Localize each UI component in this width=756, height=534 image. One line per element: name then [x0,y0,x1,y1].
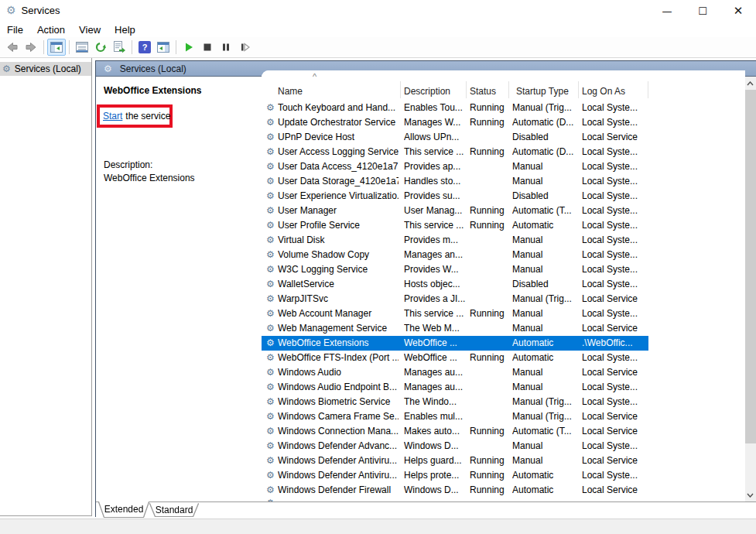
cell-name: W3C Logging Service [278,262,399,277]
table-row[interactable]: ⚙WarpJITSvcProvides a JI...Manual (Trig.… [262,292,745,306]
annotation-red-box: Start the service [97,104,173,128]
column-separator[interactable] [578,81,579,98]
scroll-up-icon[interactable] [744,77,756,90]
stop-service-icon[interactable] [198,39,217,56]
cell-logon: Local Syste... [582,218,648,233]
table-row[interactable]: ⚙Volume Shadow CopyManages an...ManualLo… [262,248,745,262]
tab-extended[interactable]: Extended [99,501,149,517]
close-button[interactable]: ✕ [720,0,756,22]
column-header-name[interactable]: Name [278,86,303,97]
table-row[interactable]: ⚙Windows Defender Antiviru...Helps guard… [262,454,745,468]
cell-status: Running [470,306,508,321]
table-row[interactable]: ⚙User Experience Virtualizatio...Provide… [262,189,745,204]
cell-name: Windows Defender Antiviru... [278,468,399,483]
back-icon[interactable] [3,39,22,56]
column-header-description[interactable]: Description [404,86,450,97]
service-gear-icon: ⚙ [266,218,275,233]
column-header-status[interactable]: Status [470,86,496,97]
maximize-button[interactable]: ☐ [685,0,720,22]
column-separator[interactable] [508,81,509,98]
column-separator[interactable] [466,81,467,98]
table-row[interactable]: ⚙WebOffice ExtensionsWebOffice ...Automa… [262,336,648,351]
table-row[interactable]: ⚙Windows Camera Frame Se...Enables mul..… [262,409,745,424]
cell-logon: .\WebOffic... [582,336,648,351]
cell-status: Running [470,468,508,483]
services-header-icon: ⚙ [104,63,112,74]
table-row[interactable]: ⚙Touch Keyboard and Hand...Enables Tou..… [262,101,745,115]
export-list-icon[interactable] [110,39,128,56]
table-row[interactable]: ⚙Windows AudioManages au...ManualLocal S… [262,365,745,380]
cell-description: The Windo... [404,395,465,409]
cell-startup: Manual [512,380,577,395]
table-row[interactable]: ⚙Windows Biometric ServiceThe Windo...Ma… [262,395,745,409]
table-row[interactable]: ⚙User Access Logging ServiceThis service… [262,145,745,159]
pause-service-icon[interactable] [217,39,235,56]
services-rows: ⚙Touch Keyboard and Hand...Enables Tou..… [262,101,745,501]
cell-startup: Manual [512,248,577,262]
cell-description: This service ... [404,145,465,159]
column-separator[interactable] [400,81,401,98]
cell-startup: Automatic (D... [512,115,577,130]
cell-logon: Local Service [582,483,648,498]
table-row[interactable]: ⚙Windows Connection Mana...Makes auto...… [262,424,745,439]
refresh-icon[interactable] [91,39,110,56]
service-gear-icon: ⚙ [266,174,275,189]
table-row[interactable]: ⚙Virtual DiskProvides m...ManualLocal Sy… [262,233,745,248]
show-action-pane-icon[interactable] [154,39,173,56]
menu-action[interactable]: Action [30,22,72,37]
table-row[interactable]: ⚙WalletServiceHosts objec...DisabledLoca… [262,277,745,292]
vertical-scrollbar[interactable] [744,77,756,501]
service-gear-icon: ⚙ [266,424,275,439]
table-row[interactable]: ⚙W3C Logging ServiceProvides W...ManualL… [262,262,745,277]
table-row[interactable]: ⚙Windows Defender FirewallWindows D...Ru… [262,483,745,498]
menu-view[interactable]: View [72,22,108,37]
scroll-down-icon[interactable] [744,488,756,501]
start-service-icon[interactable] [180,39,198,56]
cell-logon: Local Service [582,292,648,306]
help-icon[interactable]: ? [135,39,154,56]
cell-name: Windows Defender Antiviru... [278,454,399,468]
table-row[interactable]: ⚙User Data Access_4120e1a7Provides ap...… [262,159,745,174]
service-gear-icon: ⚙ [266,498,275,501]
cell-status: Running [470,204,508,218]
cell-startup: Automatic [512,483,577,498]
tree-item-services-local[interactable]: ⚙ Services (Local) [0,62,91,76]
cell-startup: Manual [512,454,577,468]
table-row-partial: ⚙ [262,498,745,501]
table-row[interactable]: ⚙WebOffice FTS-Index (Port ...WebOffice … [262,351,745,365]
table-row[interactable]: ⚙UPnP Device HostAllows UPn...DisabledLo… [262,130,745,145]
column-separator[interactable] [648,81,648,98]
table-row[interactable]: ⚙User Profile ServiceThis service ...Run… [262,218,745,233]
table-row[interactable]: ⚙Windows Defender Advanc...Windows D...M… [262,439,745,454]
table-row[interactable]: ⚙User Data Storage_4120e1a7Handles sto..… [262,174,745,189]
tab-standard[interactable]: Standard [150,503,198,516]
cell-name: WarpJITSvc [278,292,399,306]
cell-logon: Local Service [582,424,648,439]
service-gear-icon: ⚙ [266,483,275,498]
properties-icon[interactable] [73,39,91,56]
cell-startup: Manual [512,262,577,277]
minimize-button[interactable]: — [649,0,685,22]
service-gear-icon: ⚙ [266,101,275,115]
column-header-startup[interactable]: Startup Type [516,86,569,97]
cell-name: User Profile Service [278,218,399,233]
table-row[interactable]: ⚙Windows Defender Antiviru...Helps prote… [262,468,745,483]
cell-startup: Manual [512,439,577,454]
menu-help[interactable]: Help [108,22,142,37]
table-row[interactable]: ⚙User ManagerUser Manag...RunningAutomat… [262,204,745,218]
table-row[interactable]: ⚙Update Orchestrator ServiceManages W...… [262,115,745,130]
table-row[interactable]: ⚙Windows Audio Endpoint B...Manages au..… [262,380,745,395]
toolbar-separator [43,40,44,54]
menu-file[interactable]: File [0,22,30,37]
forward-icon[interactable] [22,39,40,56]
start-service-link[interactable]: Start [103,111,122,122]
cell-name: Windows Audio Endpoint B... [278,380,399,395]
cell-startup: Manual (Trig... [512,292,577,306]
view-tab-strip: Extended Standard [96,501,756,517]
restart-service-icon[interactable] [235,39,254,56]
scrollbar-thumb[interactable] [744,90,756,443]
table-row[interactable]: ⚙Web Management ServiceThe Web M...Manua… [262,321,745,336]
column-header-logon[interactable]: Log On As [582,86,625,97]
show-console-tree-icon[interactable] [47,39,66,56]
table-row[interactable]: ⚙Web Account ManagerThis service ...Runn… [262,306,745,321]
